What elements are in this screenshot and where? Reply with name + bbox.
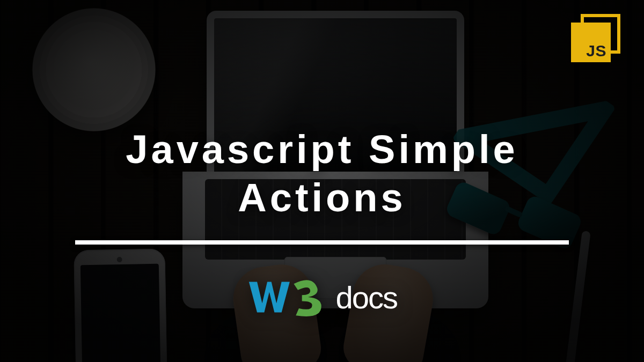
w3docs-logo-mark-icon	[247, 277, 334, 317]
w3docs-logo-text: docs	[335, 279, 397, 315]
javascript-logo-icon: JS	[571, 14, 625, 62]
title-underline	[75, 240, 569, 245]
page-title: Javascript Simple Actions	[70, 125, 574, 223]
javascript-logo-label: JS	[571, 23, 611, 62]
hero-banner: JS Javascript Simple Actions docs	[0, 0, 644, 362]
w3docs-logo: docs	[247, 277, 397, 317]
